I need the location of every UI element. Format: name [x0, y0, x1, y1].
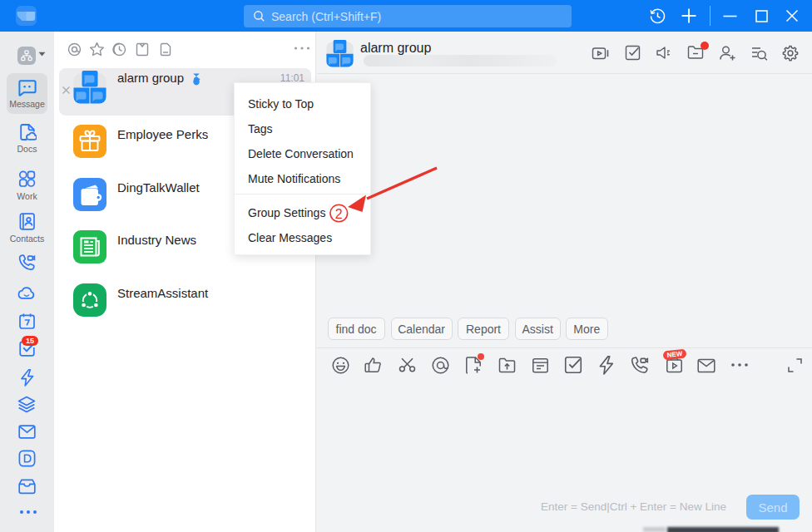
svg-text:2: 2	[335, 207, 343, 221]
